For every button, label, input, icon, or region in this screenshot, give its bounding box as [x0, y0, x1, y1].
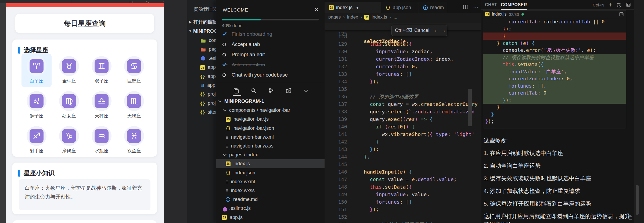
tree-item-label: index.json	[233, 170, 255, 176]
tree-item-index.js[interactable]: JSindex.js	[216, 159, 325, 168]
layout-grid-icon[interactable]	[285, 87, 293, 95]
js-file-icon: JS	[329, 5, 334, 10]
titlebar-icon[interactable]	[146, 1, 149, 3]
next-arrow-icon[interactable]: →	[441, 27, 446, 33]
close-icon[interactable]: ✕	[314, 6, 319, 13]
tree-item-app.js[interactable]: JSapp.js	[216, 213, 325, 222]
tree-item-.eslintrc.js[interactable]: .eslintrc.js	[216, 204, 325, 213]
preview-statusbar	[6, 3, 164, 7]
code-line[interactable]: 134 });	[325, 78, 481, 85]
more-actions-icon[interactable]: ⋯	[473, 4, 479, 10]
history-icon[interactable]	[617, 2, 622, 8]
tab-app.json[interactable]: {}app.json	[381, 2, 419, 13]
breadcrumb-part[interactable]: ...	[394, 15, 397, 20]
new-chat-icon[interactable]: +	[609, 2, 612, 8]
tree-item-navigation-bar.wxss[interactable]: ≡navigation-bar.wxss	[216, 142, 325, 150]
code-line[interactable]: 152	[325, 213, 481, 221]
line-number: 137	[325, 100, 347, 108]
code-line[interactable]: 149 inputValue: value,	[325, 191, 481, 198]
tree-item-index.wxml[interactable]: ≡index.wxml	[216, 177, 325, 186]
code-line[interactable]: 139 query.exec((res) => {	[325, 116, 481, 123]
tree-item-MINIPROGRAM-1[interactable]: MINIPROGRAM-1	[216, 97, 325, 106]
ai-panel-tabs: CHATCOMPOSER	[481, 0, 527, 10]
diff-line-add: fortunes: [],	[483, 82, 626, 90]
tree-item-label: index.wxml	[231, 179, 255, 185]
zodiac-tile[interactable]: ♊双子座	[87, 53, 117, 87]
code-line[interactable]: 141 wx.vibrateShort({ type: 'light'	[325, 131, 481, 138]
tab-composer[interactable]: COMPOSER	[501, 0, 527, 10]
git-branch-icon[interactable]	[267, 87, 275, 95]
tree-item-navigation-bar.json[interactable]: {}navigation-bar.json	[216, 124, 325, 133]
tree-item-componentsnavigation-bar[interactable]: components \ navigation-bar	[216, 106, 325, 115]
breadcrumb-part[interactable]: index.js	[372, 15, 387, 20]
code-line[interactable]: 148 this.setData({	[325, 183, 481, 191]
tree-item-pagesindex[interactable]: pages \ index	[216, 150, 325, 159]
code-line[interactable]: 150 fortunes: []	[325, 198, 481, 206]
code-line[interactable]: 140 if (res[0]) {	[325, 123, 481, 131]
breadcrumb-part[interactable]: pages	[328, 15, 341, 20]
code-area[interactable]: 125 selectZodiac(e 128129 this.setData({…	[325, 23, 481, 223]
expand-panel-icon[interactable]	[626, 2, 631, 7]
tree-item-index.wxss[interactable]: ≡index.wxss	[216, 186, 325, 195]
zodiac-icon-circle: ♐	[27, 126, 46, 146]
tree-item-index.json[interactable]: {}index.json	[216, 168, 325, 177]
zodiac-tile[interactable]: ♌狮子座	[21, 88, 52, 122]
code-line[interactable]: 153 // 检查输入的星座是否存在	[325, 221, 481, 223]
zodiac-tile[interactable]: ♒水瓶座	[87, 123, 117, 157]
onboarding-task[interactable]: Prompt an edit	[222, 51, 319, 59]
code-line[interactable]: 142 }	[325, 138, 481, 146]
panel-scrollbar-thumb[interactable]	[636, 185, 639, 215]
open-diff-icon[interactable]	[619, 12, 624, 17]
onboarding-task[interactable]: ✓Ask a question	[222, 61, 319, 69]
code-line[interactable]: 144 },	[325, 153, 481, 161]
code-line[interactable]: 135	[325, 85, 481, 93]
copy-message-icon[interactable]	[628, 215, 632, 220]
code-line[interactable]: 133 fortunes: []	[325, 70, 481, 78]
breadcrumb-part[interactable]: index	[347, 15, 358, 20]
code-line[interactable]: 136 // 添加选中动画效果	[325, 93, 481, 100]
code-line[interactable]: 132 currentTab: 0,	[325, 63, 481, 70]
zodiac-tile[interactable]: ♏天蝎座	[119, 88, 149, 122]
tab-chat[interactable]: CHAT	[485, 0, 497, 10]
zodiac-tile[interactable]: ♍处女座	[54, 88, 84, 122]
onboarding-task[interactable]: Chat with your codebase	[222, 71, 319, 79]
code-line[interactable]: 145	[325, 161, 481, 168]
code-line[interactable]: 143 });	[325, 146, 481, 153]
split-editor-icon[interactable]	[463, 4, 468, 10]
welcome-title: WELCOME	[223, 8, 248, 13]
zodiac-tile[interactable]: ♉金牛座	[54, 53, 84, 87]
js-file-icon: JS	[226, 117, 231, 122]
zodiac-tile[interactable]: ♐射手座	[21, 123, 52, 157]
code-line[interactable]: 151 });	[325, 206, 481, 213]
onboarding-task[interactable]: ✓Finish onboarding	[222, 30, 319, 38]
tab-index.js[interactable]: JSindex.js●	[325, 2, 381, 13]
prev-arrow-icon[interactable]: ←	[434, 27, 439, 33]
search-icon[interactable]	[250, 87, 258, 95]
zodiac-icon-circle: ♍	[59, 91, 79, 111]
zodiac-tile[interactable]: ♑摩羯座	[54, 123, 84, 157]
zodiac-tile[interactable]: ♓双鱼座	[119, 123, 149, 157]
tree-item-navigation-bar.js[interactable]: JSnavigation-bar.js	[216, 115, 325, 124]
titlebar-icon[interactable]	[130, 1, 132, 3]
chevron-down-icon[interactable]	[302, 87, 310, 95]
breadcrumb[interactable]: pages›index›JSindex.js›...	[328, 15, 397, 20]
code-line[interactable]: 131 currentZodiacIndex: index,	[325, 55, 481, 63]
zodiac-tile[interactable]: ♎天秤座	[87, 88, 117, 122]
cancel-button[interactable]: Cancel	[414, 28, 429, 33]
tab-readm[interactable]: ireadm	[419, 2, 447, 13]
inline-edit-popup: Ctrl+⌫ Cancel ← →	[391, 25, 447, 36]
copy-icon[interactable]	[232, 87, 240, 95]
zodiac-tile[interactable]: ♋巨蟹座	[119, 53, 149, 87]
onboarding-task[interactable]: Accept a tab	[222, 40, 319, 48]
check-icon: ✓	[222, 61, 232, 68]
code-line[interactable]: 130 inputValue: zodiac,	[325, 48, 481, 55]
editor-scrollbar-thumb[interactable]	[468, 89, 472, 126]
code-line[interactable]: 147 const value = e.detail.value;	[325, 176, 481, 183]
code-line[interactable]: 137 const query = wx.createSelectorQuery	[325, 100, 481, 108]
code-line[interactable]: 146 handleInput(e) {	[325, 168, 481, 176]
tree-item-navigation-bar.wxml[interactable]: ≡navigation-bar.wxml	[216, 133, 325, 142]
code-line[interactable]: 138 query.select(`.zodiac-item[data-zod	[325, 108, 481, 116]
line-number: 149	[325, 191, 347, 198]
zodiac-tile[interactable]: ♈白羊座	[21, 53, 52, 87]
tree-item-readme.md[interactable]: ireadme.md	[216, 195, 325, 204]
